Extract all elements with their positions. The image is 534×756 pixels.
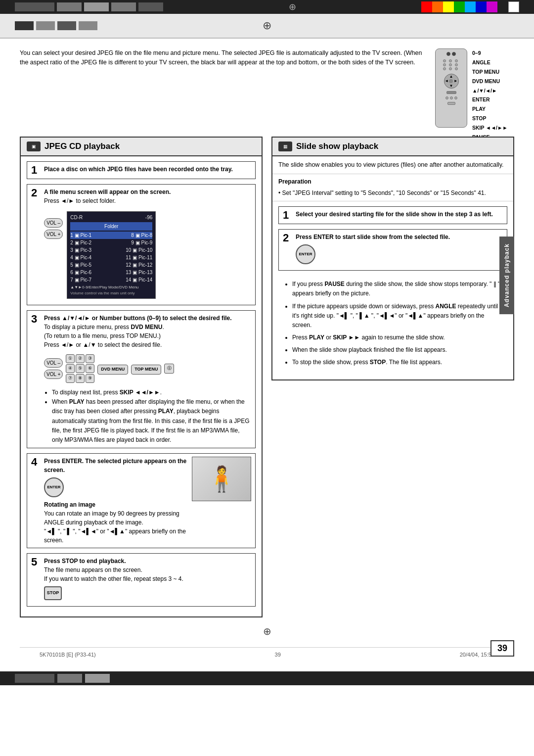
preparation-title: Preparation — [278, 177, 507, 187]
remote-label-09: 0–9 — [472, 48, 508, 58]
vol-plus-btn: VOL + — [44, 230, 63, 239]
jpeg-step2-bold: A file menu screen will appear on the sc… — [44, 189, 171, 195]
step5-text1: The file menu appears on the screen. — [44, 567, 142, 573]
top-decorative-bar: ⊕ — [0, 0, 534, 14]
h-block-3 — [57, 21, 76, 30]
slide-step1: 1 Select your desired starting file for … — [278, 206, 507, 224]
h-block-4 — [79, 21, 97, 30]
footer: 5K70101B [E] (P33-41) 39 20/4/04, 15:54 — [20, 647, 514, 662]
slide-step2: 2 Press ENTER to start slide show from t… — [278, 229, 507, 271]
jpeg-section-header: ▣ JPEG CD playback — [21, 138, 262, 156]
advanced-playback-tab: Advanced playback — [499, 236, 514, 314]
vol-minus-btn: VOL – — [44, 218, 63, 228]
screen-diagram-area: VOL – VOL + CD-R -96 Folder — [44, 208, 251, 302]
intro-section: You can select your desired JPEG file on… — [20, 48, 514, 128]
jpeg-step1: 1 Place a disc on which JPEG files have … — [27, 161, 256, 179]
jpeg-step3-bold: Press ▲/▼/◄/► or Number buttons (0–9) to… — [44, 315, 232, 322]
vol-buttons: VOL – VOL + — [44, 218, 63, 239]
bottom-decorative-bar — [0, 671, 534, 685]
jpeg-step1-content: Place a disc on which JPEG files have be… — [44, 165, 251, 174]
screen-row-1: 1 ▣ Pic-18 ▣ Pic-8 — [70, 232, 152, 239]
rotating-text: You can rotate an image by 90 degrees by… — [44, 510, 179, 526]
remote-diagram: ▲ ◄► ▼ 0–9 — [435, 48, 514, 128]
screen-score: -96 — [145, 214, 152, 221]
color-sq-black — [497, 1, 508, 12]
jpeg-step3: 3 Press ▲/▼/◄/► or Number buttons (0–9) … — [27, 310, 256, 448]
two-column-layout: ▣ JPEG CD playback 1 Place a disc on whi… — [20, 137, 514, 617]
color-squares — [421, 1, 519, 12]
color-sq-blue — [476, 1, 487, 12]
step3-numpad: ① ② ③ ④ ⑤ ⑥ ⑦ ⑧ ⑨ — [66, 354, 94, 383]
num-key-6: ⑥ — [86, 364, 94, 373]
bottom-crosshair-area: ⊕ — [20, 625, 514, 637]
top-crosshair-icon: ⊕ — [289, 1, 296, 12]
remote-label-arrows: ▲/▼/◄/► — [472, 86, 508, 95]
rotating-symbols: "◄▌ ", " ▌ ", "◄▌◄" or "◄▌▲" appears bri… — [44, 528, 186, 544]
jpeg-step4-number: 4 — [31, 457, 40, 468]
header-strip: ⊕ — [0, 14, 534, 39]
step4-image-person-icon: 🧍 — [206, 461, 237, 498]
page-number: 39 — [490, 640, 514, 657]
screen-row-5: 5 ▣ Pic-512 ▣ Pic-12 — [70, 261, 152, 269]
color-sq-white — [508, 1, 519, 12]
color-sq-red — [421, 1, 432, 12]
step5-stop-button: STOP — [44, 586, 62, 600]
slideshow-section: ▦ Slide show playback The slide show ena… — [271, 137, 514, 380]
jpeg-step2-number: 2 — [31, 188, 40, 198]
slide-step2-content: Press ENTER to start slide show from the… — [296, 233, 503, 267]
bottom-bar-block-1 — [15, 674, 54, 683]
step4-rotating: Rotating an image You can rotate an imag… — [44, 500, 187, 545]
num-key-1: ① — [66, 354, 75, 363]
jpeg-step3-sub3: Press ◄/► or ▲/▼ to select the desired f… — [44, 341, 162, 348]
jpeg-step3-content: Press ▲/▼/◄/► or Number buttons (0–9) to… — [44, 314, 251, 445]
num-key-8: ⑧ — [76, 374, 85, 383]
top-bar-block-1 — [15, 2, 54, 11]
advanced-tab-label: Advanced playback — [503, 243, 510, 307]
jpeg-step5-number: 5 — [31, 557, 40, 567]
step4-inner: Press ENTER. The selected picture appear… — [44, 457, 251, 545]
slide-step1-number: 1 — [283, 210, 292, 221]
screen-header-label: CD-R — [70, 214, 83, 221]
num-key-4: ④ — [66, 364, 75, 373]
slide-bullet-4: When the slide show playback finished th… — [292, 345, 501, 355]
intro-text: You can select your desired JPEG file on… — [20, 48, 425, 128]
slide-bullet-3: Press PLAY or SKIP ►► again to resume th… — [292, 333, 501, 342]
bottom-bar-block-2 — [57, 674, 82, 683]
slideshow-section-title: Slide show playback — [296, 142, 378, 151]
slideshow-intro-text: The slide show enables you to view pictu… — [278, 161, 504, 168]
intro-paragraph: You can select your desired JPEG file on… — [20, 48, 425, 67]
slideshow-intro: The slide show enables you to view pictu… — [272, 156, 513, 174]
jpeg-step4-content: Press ENTER. The selected picture appear… — [44, 457, 251, 545]
footer-right: 20/4/04, 15:54 — [460, 652, 494, 658]
header-crosshair-icon: ⊕ — [263, 19, 271, 32]
remote-numpad — [443, 59, 460, 70]
step4-enter-button: ENTER — [44, 477, 64, 497]
step4-bold: Press ENTER. The selected picture appear… — [44, 458, 186, 473]
num-key-2: ② — [76, 354, 85, 363]
top-bar-block-2 — [57, 2, 82, 11]
top-bar-block-4 — [111, 2, 136, 11]
screen-items: 1 ▣ Pic-18 ▣ Pic-8 2 ▣ Pic-29 ▣ Pic-9 3 … — [70, 232, 152, 284]
header-blocks — [15, 21, 97, 30]
h-block-1 — [15, 21, 34, 30]
screen-row-6: 6 ▣ Pic-613 ▣ Pic-13 — [70, 269, 152, 276]
preparation-box: Preparation • Set "JPEG Interval" settin… — [272, 174, 513, 201]
slideshow-section-header: ▦ Slide show playback — [272, 138, 513, 156]
remote-labels: 0–9 ANGLE TOP MENU DVD MENU ▲/▼/◄/► ENTE… — [472, 48, 508, 128]
jpeg-step3-number: 3 — [31, 314, 40, 325]
jpeg-step1-text: Place a disc on which JPEG files have be… — [44, 166, 233, 173]
num-key-5: ⑤ — [76, 364, 85, 373]
screen-display: CD-R -96 Folder 1 ▣ Pic-18 ▣ Pic-8 2 ▣ P… — [67, 211, 156, 299]
bottom-bar-block-3 — [85, 674, 110, 683]
slide-step1-bold: Select your desired starting file for th… — [296, 211, 493, 218]
color-sq-yellow — [443, 1, 454, 12]
color-sq-cyan — [465, 1, 476, 12]
jpeg-step4: 4 Press ENTER. The selected picture appe… — [27, 453, 256, 548]
footer-left: 5K70101B [E] (P33-41) — [40, 652, 96, 658]
step3-vol-minus: VOL – — [44, 358, 63, 368]
slide-step2-bold: Press ENTER to start slide show from the… — [296, 234, 450, 240]
color-sq-orange — [432, 1, 443, 12]
slide-step1-content: Select your desired starting file for th… — [296, 210, 503, 219]
jpeg-step2-text: Press ◄/► to select folder. — [44, 197, 116, 204]
slideshow-icon: ▦ — [278, 142, 292, 151]
